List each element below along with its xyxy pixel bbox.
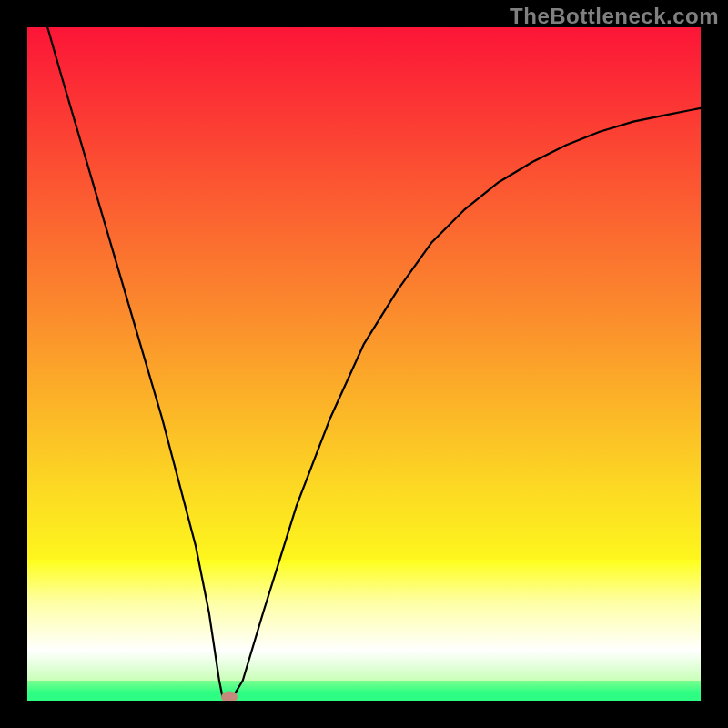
chart-frame: TheBottleneck.com	[0, 0, 728, 728]
curve-line	[27, 27, 701, 701]
minimum-marker	[221, 692, 238, 701]
plot-area	[27, 27, 701, 701]
watermark-text: TheBottleneck.com	[510, 4, 719, 29]
